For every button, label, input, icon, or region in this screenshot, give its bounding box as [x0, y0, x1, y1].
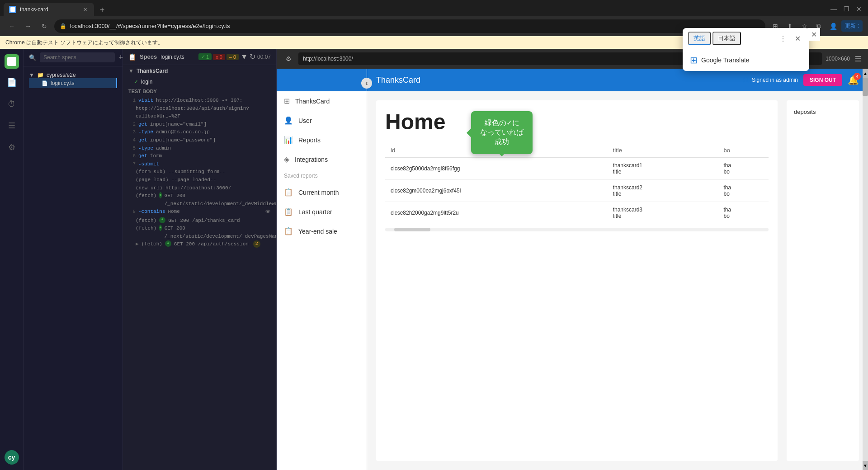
scrollbar-thumb-v[interactable]: [863, 78, 868, 96]
folder-icon: 📁: [37, 72, 44, 78]
cypress-nav-files[interactable]: 📄: [4, 74, 20, 90]
nav-item-integrations[interactable]: ◈ Integrations: [277, 150, 367, 169]
checkmark-icon: ✓: [201, 54, 205, 60]
update-button[interactable]: 更新 :: [841, 20, 863, 32]
log-line-8: 8 -contains Home 👁: [128, 208, 271, 216]
tab-title: thanks-card: [20, 6, 78, 13]
folder-cypress-e2e: ▼ 📁 cypress/e2e 📄 login.cy.ts: [24, 70, 123, 90]
file-tree: ▼ 📁 cypress/e2e 📄 login.cy.ts: [24, 66, 123, 470]
cypress-sidebar: 📄 ⏱ ☰ ⚙ cy: [0, 49, 24, 470]
eye-icon: 👁: [265, 208, 271, 216]
tooltip-arrow: [462, 128, 471, 137]
test-case-login[interactable]: ✓ login: [123, 77, 276, 87]
browser-window: thanks-card ✕ + — ❐ ✕ ← → ↻ 🔒 localhost:…: [0, 0, 868, 470]
notification-button[interactable]: 🔔 4: [848, 75, 859, 85]
translate-icon: ⊞: [690, 55, 698, 66]
file-label: login.cy.ts: [51, 80, 74, 86]
log-line-2: 2 get input[name="email"]: [128, 121, 271, 129]
back-button[interactable]: ←: [5, 20, 18, 33]
app-title: ThanksCard: [376, 75, 737, 85]
test-body: ▼ ThanksCard ✓ login TEST BODY 1 visit h…: [123, 65, 276, 470]
log-form-sub: (form sub) --submitting form--: [128, 168, 271, 176]
scroll-up-button[interactable]: ▲: [863, 69, 868, 78]
nav-label-user: User: [298, 117, 312, 124]
url-input[interactable]: 🔒 localhost:3000/__/#/specs/runner?file=…: [54, 19, 765, 33]
preview-content: ‹ ⊞ ThanksCard 👤 User 📊 Reports: [277, 69, 868, 470]
log-page-load: (page load) --page loaded--: [128, 176, 271, 184]
test-duration: 00:07: [257, 54, 271, 60]
resize-handle[interactable]: [854, 54, 863, 63]
tab-close-button[interactable]: ✕: [81, 6, 89, 13]
profile-icon[interactable]: 👤: [827, 20, 840, 33]
dropdown-button[interactable]: ▼: [241, 53, 248, 61]
table-row[interactable]: clcse82gm000ea2mgj6oxf45l thankscard2tit…: [385, 180, 769, 202]
cypress-nav-debug[interactable]: ☰: [4, 118, 20, 134]
scroll-down-button[interactable]: ▼: [863, 461, 868, 470]
tooltip-text: 緑色の✓に なっていれば 成功: [480, 119, 524, 146]
lock-icon: 🔒: [60, 23, 66, 29]
skip-badge: – 0: [226, 54, 239, 60]
browser-tab-active[interactable]: thanks-card ✕: [4, 3, 94, 16]
nav-collapse-button[interactable]: ‹: [361, 78, 372, 89]
app-body: Home id title bo: [367, 91, 868, 470]
search-bar: 🔍 +: [24, 49, 123, 66]
table-row[interactable]: clcse82g5000da2mgi8f66fgg thankscard1tit…: [385, 158, 769, 180]
suite-name: ThanksCard: [137, 68, 168, 74]
preview-settings-button[interactable]: ⚙: [282, 52, 295, 65]
nav-label-year-end: Year-end sale: [298, 228, 337, 235]
pass-count: 1: [206, 54, 209, 60]
nav-item-current-month[interactable]: 📋 Current month: [277, 183, 367, 202]
log-new-url: (new url) http://localhost:3000/: [128, 184, 271, 193]
search-icon: 🔍: [29, 54, 36, 61]
test-suite-header[interactable]: ▼ ThanksCard: [123, 65, 276, 77]
add-spec-button[interactable]: +: [118, 53, 123, 62]
close-window-button[interactable]: ✕: [854, 4, 864, 14]
scrollbar-thumb[interactable]: [394, 228, 430, 231]
report-doc-icon-3: 📋: [284, 227, 293, 235]
forward-button[interactable]: →: [22, 20, 34, 33]
cypress-logo: [5, 54, 19, 69]
sidebar-right: deposits: [787, 100, 859, 461]
skip-icon: –: [229, 54, 232, 60]
specs-label: Specs: [140, 53, 157, 60]
vertical-scrollbar[interactable]: ▲ ▼: [863, 69, 868, 470]
test-status-badges: ✓ 1 x 0 – 0: [198, 53, 239, 60]
log-line-7: 7 -submit: [128, 160, 271, 169]
translate-popup-body: ⊞ Google Translate: [683, 49, 809, 71]
fail-count: x 0: [216, 54, 222, 60]
home-content: Home id title bo: [376, 100, 778, 461]
search-input[interactable]: [40, 52, 115, 62]
table-row[interactable]: clcse82h2000ga2mg9ltt5r2u thankscard3tit…: [385, 202, 769, 224]
test-runner-header: 📋 Specs login.cy.ts ✓ 1 x 0 –: [123, 49, 276, 65]
svg-rect-1: [855, 58, 861, 59]
folder-header[interactable]: ▼ 📁 cypress/e2e: [29, 72, 117, 78]
new-tab-button[interactable]: +: [96, 4, 108, 16]
cell-id-2: clcse82gm000ea2mgj6oxf45l: [385, 180, 608, 202]
svg-rect-0: [855, 56, 861, 57]
fail-badge: x 0: [213, 54, 225, 60]
reload-button[interactable]: ↻: [38, 20, 51, 33]
google-translate-popup: 英語 日本語 ⋮ ✕ ⊞ Google Translate: [683, 49, 809, 71]
cell-title-3: thankscard3title: [608, 202, 718, 224]
url-text: localhost:3000/__/#/specs/runner?file=cy…: [70, 23, 760, 29]
reload-test-button[interactable]: ↻: [250, 52, 255, 61]
log-fetch-4: ▶ (fetch) ● GET 200 /api/auth/session 2: [128, 240, 271, 249]
cypress-nav-settings[interactable]: ⚙: [4, 139, 20, 155]
main-area: 📄 ⏱ ☰ ⚙ cy 🔍 + ▼ 📁 cypress/e2e: [0, 49, 868, 470]
nav-item-thankscard[interactable]: ⊞ ThanksCard: [277, 91, 367, 111]
nav-item-reports[interactable]: 📊 Reports: [277, 130, 367, 150]
horizontal-scrollbar[interactable]: [385, 228, 769, 231]
cell-title-1: thankscard1title: [608, 158, 718, 180]
nav-item-last-quarter[interactable]: 📋 Last quarter: [277, 202, 367, 221]
nav-item-user[interactable]: 👤 User: [277, 111, 367, 130]
data-table-container[interactable]: id title bo clcse82g5000da2mgi8f66fgg: [385, 143, 769, 231]
nav-item-year-end[interactable]: 📋 Year-end sale: [277, 221, 367, 241]
user-info: 👤 Signed in as admin: [742, 77, 798, 83]
minimize-button[interactable]: —: [828, 4, 839, 14]
col-header-title: title: [608, 143, 718, 158]
file-item-login[interactable]: 📄 login.cy.ts: [29, 78, 117, 88]
scrollbar-track: [863, 78, 868, 461]
maximize-button[interactable]: ❐: [841, 4, 852, 14]
cypress-nav-runs[interactable]: ⏱: [4, 96, 20, 112]
sign-out-button[interactable]: SIGN OUT: [803, 74, 842, 86]
